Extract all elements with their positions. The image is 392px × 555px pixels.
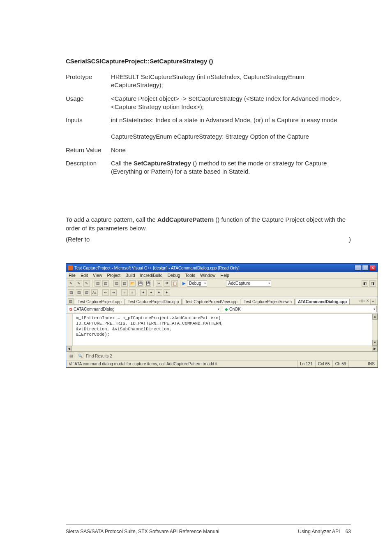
outdent-icon[interactable]: ⇥: [110, 289, 117, 296]
label-description: Description: [66, 157, 111, 179]
status-line: Ln 121: [297, 360, 316, 367]
menu-file[interactable]: File: [69, 273, 76, 278]
bookmark-icon[interactable]: ✦: [156, 289, 162, 296]
tool-icon[interactable]: ✎: [83, 280, 90, 287]
ide-titlebar: Test CaptureProject - Microsoft Visual C…: [66, 264, 378, 272]
tool-icon[interactable]: ▤: [95, 280, 101, 287]
copy-icon[interactable]: ⧉: [164, 280, 170, 287]
class-function-bar: ✿ CATACommandDialog ◆ OnOK: [66, 304, 378, 313]
toolbar-1: ✎ ✎ ✎ ▤ ▤ ▤ ▤ 📂 💾 💾 ✂ ⧉ 📋 ▶ Debug AddCap…: [66, 279, 378, 288]
window-list-icon[interactable]: ▤: [68, 298, 74, 304]
tool-icon[interactable]: ✦: [370, 299, 376, 304]
toolbar-separator: [92, 280, 92, 287]
horizontal-scrollbar[interactable]: ◀ ▶: [66, 346, 378, 351]
find-results-label: Find Results 2: [86, 354, 112, 358]
row-return: Return Value None: [66, 144, 351, 157]
refer-left: (Refer to: [66, 236, 90, 243]
scroll-left-icon[interactable]: ◀: [66, 346, 72, 351]
indent-icon[interactable]: ⇤: [102, 289, 109, 296]
tool-icon[interactable]: A↕: [91, 289, 98, 296]
bookmark-icon[interactable]: ✦: [148, 289, 154, 296]
menu-view[interactable]: View: [93, 273, 102, 278]
bookmark-icon[interactable]: ✦: [140, 289, 147, 296]
tool-icon[interactable]: ▤: [121, 280, 128, 287]
footer-left: Sierra SAS/SATA Protocol Suite, STX Soft…: [66, 529, 219, 534]
document-tab[interactable]: Test CaptureProject.cpp: [75, 299, 125, 304]
value-return: None: [111, 144, 351, 157]
tab-prev-icon[interactable]: ◁: [359, 299, 362, 304]
class-combo-value: CATACommandDialog: [74, 307, 115, 311]
code-gutter: [66, 314, 73, 346]
menu-window[interactable]: Window: [200, 273, 215, 278]
document-tab[interactable]: Test CaptureProjectView.cpp: [182, 299, 240, 304]
document-tab[interactable]: Test CaptureProjectDoc.cpp: [125, 299, 182, 304]
menu-help[interactable]: Help: [220, 273, 229, 278]
status-message: //If ATA command dialog modal for captur…: [66, 360, 297, 367]
tool-icon[interactable]: ◨: [369, 280, 376, 287]
footer-section-text: Using Analyzer API: [298, 529, 340, 534]
function-combo[interactable]: ◆ OnOK: [223, 306, 377, 312]
scroll-right-icon[interactable]: ▶: [372, 346, 378, 351]
tool-icon[interactable]: ▤: [102, 280, 109, 287]
cut-icon[interactable]: ✂: [156, 280, 162, 287]
debug-config-combo[interactable]: Debug: [187, 280, 207, 287]
output-icon[interactable]: ▤: [68, 353, 74, 359]
maximize-button[interactable]: □: [362, 265, 369, 271]
label-prototype: Prototype: [66, 70, 111, 92]
toolbar-separator: [111, 280, 111, 287]
ide-screenshot: Test CaptureProject - Microsoft Visual C…: [66, 263, 351, 368]
tool-icon[interactable]: ◧: [362, 280, 368, 287]
toolbar-2: ▤ ▤ ▤ A↕ ⇤ ⇥ ≡ ≡ ✦ ✦ ✦ ✦: [66, 288, 378, 297]
menu-incredibuild[interactable]: IncrediBuild: [140, 273, 163, 278]
refer-row: (Refer to ): [66, 236, 351, 243]
status-ch: Ch 59: [333, 360, 349, 367]
paste-icon[interactable]: 📋: [171, 280, 178, 287]
document-tabstrip: ▤ Test CaptureProject.cpp Test CapturePr…: [66, 297, 378, 304]
menu-project[interactable]: Project: [107, 273, 121, 278]
menu-tools[interactable]: Tools: [185, 273, 195, 278]
tool-icon[interactable]: ✎: [76, 280, 82, 287]
menu-bar: File Edit View Project Build IncrediBuil…: [66, 272, 378, 279]
menu-debug[interactable]: Debug: [168, 273, 180, 278]
document-tab-active[interactable]: ATACommandDialog.cpp: [295, 299, 350, 304]
toolbar-separator: [138, 289, 138, 296]
window-title: Test CaptureProject - Microsoft Visual C…: [74, 266, 240, 270]
code-editor[interactable]: ▲ ▼ m_lPatternIndex = m_pICaptureProject…: [66, 313, 378, 346]
tool-icon[interactable]: ▤: [68, 289, 74, 296]
document-tab[interactable]: Test CaptureProjectView.h: [241, 299, 295, 304]
toolbar-separator: [153, 280, 154, 287]
tab-next-icon[interactable]: ▷: [362, 299, 365, 304]
method-title: CSerialSCSICaptureProject::SetCaptureStr…: [66, 58, 351, 65]
value-usage: <Capture Project object> -> SetCaptureSt…: [111, 92, 351, 114]
function-combo-icon: ◆: [225, 307, 228, 311]
find-results-panel[interactable]: ▤ 🔍 Find Results 2: [66, 351, 378, 360]
status-ins: INS: [365, 360, 378, 367]
footer-section: Using Analyzer API 63: [298, 529, 351, 534]
minimize-button[interactable]: _: [355, 265, 361, 271]
save-all-icon[interactable]: 💾: [145, 280, 151, 287]
close-button[interactable]: X: [369, 265, 376, 271]
tool-icon[interactable]: ▤: [83, 289, 90, 296]
vertical-scrollbar[interactable]: ▲ ▼: [372, 314, 378, 346]
menu-build[interactable]: Build: [125, 273, 135, 278]
menu-edit[interactable]: Edit: [81, 273, 88, 278]
scroll-down-icon[interactable]: ▼: [372, 340, 378, 346]
code-line: &lErrorCode);: [76, 332, 375, 337]
tool-icon[interactable]: ▤: [113, 280, 120, 287]
open-icon[interactable]: 📂: [129, 280, 136, 287]
tool-icon[interactable]: ≡: [129, 289, 136, 296]
find-combo[interactable]: AddCapture: [226, 280, 271, 287]
bookmark-icon[interactable]: ✦: [164, 289, 170, 296]
definition-table: Prototype HRESULT SetCaptureStrategy (in…: [66, 70, 351, 178]
save-icon[interactable]: 💾: [137, 280, 143, 287]
body1-pre: To add a capture pattern, call the: [66, 216, 157, 223]
class-combo-icon: ✿: [69, 307, 72, 311]
tool-icon[interactable]: ≡: [121, 289, 128, 296]
tool-icon[interactable]: ▤: [76, 289, 82, 296]
inputs-line2: CaptureStrategyEnum eCaptureStrategy: St…: [111, 132, 348, 141]
tab-close-icon[interactable]: ✕: [366, 299, 369, 304]
class-combo[interactable]: ✿ CATACommandDialog: [67, 306, 221, 312]
scroll-up-icon[interactable]: ▲: [372, 314, 378, 320]
tool-icon[interactable]: ✎: [68, 280, 74, 287]
find-icon[interactable]: 🔍: [77, 353, 83, 359]
